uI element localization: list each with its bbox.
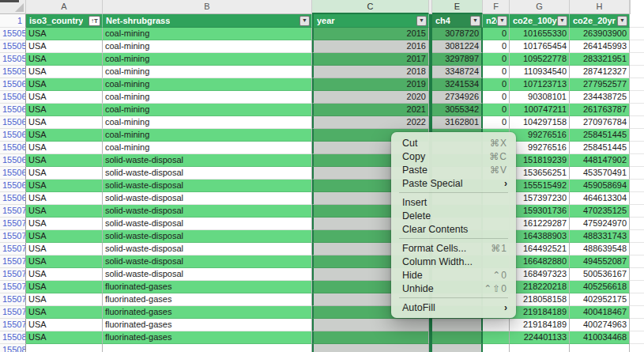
cell-subsector[interactable]: coal-mining <box>103 40 312 53</box>
cell-subsector[interactable]: coal-mining <box>103 91 312 104</box>
context-menu-item[interactable]: Paste Special › <box>391 176 516 190</box>
cell-co2e-20yr[interactable]: 400418467 <box>570 306 630 319</box>
cell-co2e-20yr[interactable]: 470235125 <box>570 205 630 218</box>
cell-co2e-100yr[interactable]: 164492521 <box>510 243 570 255</box>
row-number[interactable]: 155058 <box>0 53 26 66</box>
row-number[interactable]: 155062 <box>0 104 26 116</box>
cell-subsector[interactable]: solid-waste-disposal <box>103 154 312 167</box>
cell-n2o[interactable]: 0 <box>483 91 510 104</box>
cell-subsector[interactable]: fluorinated-gases <box>103 293 312 306</box>
cell-co2e-100yr[interactable]: 157397230 <box>510 192 570 205</box>
cell-iso3-country[interactable]: USA <box>26 116 103 129</box>
header-cell-iso3_country[interactable]: iso3_country↑T <box>26 14 103 28</box>
cell-iso3-country[interactable]: USA <box>26 154 103 167</box>
row-number[interactable]: 155067 <box>0 167 26 180</box>
cell-iso3-country[interactable]: USA <box>26 255 103 268</box>
cell-co2e-20yr[interactable]: 258451445 <box>570 142 630 154</box>
cell-subsector[interactable]: solid-waste-disposal <box>103 255 312 268</box>
cell-co2e-20yr[interactable]: 287412327 <box>570 66 630 78</box>
cell-co2e-100yr[interactable]: 218058158 <box>510 293 570 306</box>
cell-co2e-100yr[interactable]: 161229287 <box>510 218 570 230</box>
cell-iso3-country[interactable]: USA <box>26 129 103 142</box>
column-header-e[interactable]: E <box>432 0 483 14</box>
row-number[interactable]: 155075 <box>0 268 26 281</box>
cell-iso3-country[interactable]: USA <box>26 78 103 91</box>
cell-year[interactable]: 2021 <box>312 104 429 116</box>
cell-co2e-100yr[interactable]: 90308101 <box>510 91 570 104</box>
row-number[interactable]: 155079 <box>0 319 26 331</box>
column-header-h[interactable]: H <box>570 0 630 14</box>
cell-iso3-country[interactable]: USA <box>26 104 103 116</box>
header-cell-year[interactable]: year▼ <box>312 14 429 28</box>
cell-subsector[interactable]: solid-waste-disposal <box>103 205 312 218</box>
cell-n2o[interactable]: 0 <box>483 28 510 40</box>
row-number[interactable]: 155072 <box>0 230 26 243</box>
cell-year[interactable] <box>312 319 429 331</box>
cell-iso3-country[interactable]: USA <box>26 281 103 293</box>
cell-ch4[interactable]: 3241534 <box>432 78 483 91</box>
filter-dropdown-icon[interactable]: ▼ <box>617 16 627 26</box>
cell-iso3-country[interactable]: USA <box>26 205 103 218</box>
cell-year[interactable]: 2016 <box>312 40 429 53</box>
row-number[interactable]: 155059 <box>0 66 26 78</box>
cell-subsector[interactable]: coal-mining <box>103 53 312 66</box>
context-menu-item[interactable]: Copy ⌘C <box>391 150 516 163</box>
context-menu-item[interactable]: Clear Contents <box>391 222 516 236</box>
row-number[interactable]: 155063 <box>0 116 26 129</box>
cell-subsector[interactable]: solid-waste-disposal <box>103 218 312 230</box>
column-header-f[interactable]: F <box>483 0 510 14</box>
cell-co2e-20yr[interactable]: 283321951 <box>570 53 630 66</box>
cell-iso3-country[interactable]: USA <box>26 319 103 331</box>
cell-ch4[interactable]: 3081224 <box>432 40 483 53</box>
cell-iso3-country[interactable]: USA <box>26 331 103 344</box>
row-number[interactable]: 155056 <box>0 28 26 40</box>
cell-co2e-20yr[interactable]: 277952577 <box>570 78 630 91</box>
cell-year[interactable] <box>312 344 429 352</box>
row-number[interactable]: 155065 <box>0 142 26 154</box>
cell-co2e-20yr[interactable]: 488639548 <box>570 243 630 255</box>
cell-iso3-country[interactable]: USA <box>26 167 103 180</box>
cell-iso3-country[interactable]: USA <box>26 28 103 40</box>
cell-co2e-20yr[interactable]: 400274963 <box>570 319 630 331</box>
cell-co2e-100yr[interactable]: 109522778 <box>510 53 570 66</box>
cell-co2e-100yr[interactable]: 166482880 <box>510 255 570 268</box>
cell-co2e-20yr[interactable]: 405256618 <box>570 281 630 293</box>
cell-year[interactable]: 2017 <box>312 53 429 66</box>
cell-n2o[interactable]: 0 <box>483 78 510 91</box>
row-number[interactable]: 155064 <box>0 129 26 142</box>
cell-iso3-country[interactable]: USA <box>26 192 103 205</box>
cell-subsector[interactable]: coal-mining <box>103 66 312 78</box>
cell-year[interactable] <box>312 331 429 344</box>
cell-iso3-country[interactable]: USA <box>26 53 103 66</box>
cell-co2e-20yr[interactable]: 475924970 <box>570 218 630 230</box>
cell-subsector[interactable]: coal-mining <box>103 104 312 116</box>
cell-iso3-country[interactable]: USA <box>26 230 103 243</box>
cell-co2e-20yr[interactable]: 464613304 <box>570 192 630 205</box>
cell-year[interactable]: 2019 <box>312 78 429 91</box>
row-number[interactable]: 155074 <box>0 255 26 268</box>
cell-n2o[interactable]: 0 <box>483 104 510 116</box>
cell-n2o[interactable] <box>483 344 510 352</box>
cell-year[interactable]: 2022 <box>312 116 429 129</box>
cell-ch4[interactable]: 3055342 <box>432 104 483 116</box>
context-menu-item[interactable]: Column Width... <box>391 255 516 268</box>
cell-co2e-100yr[interactable]: 159301736 <box>510 205 570 218</box>
cell-subsector[interactable]: solid-waste-disposal <box>103 230 312 243</box>
context-menu-item[interactable]: Format Cells... ⌘1 <box>391 241 516 255</box>
context-menu-item[interactable]: Hide ⌃0 <box>391 268 516 282</box>
filter-dropdown-icon[interactable]: ▼ <box>557 16 567 26</box>
cell-ch4[interactable] <box>432 319 483 331</box>
cell-subsector[interactable]: fluorinated-gases <box>103 281 312 293</box>
cell-co2e-20yr[interactable]: 261763787 <box>570 104 630 116</box>
cell-subsector[interactable]: solid-waste-disposal <box>103 192 312 205</box>
row-number[interactable]: 155077 <box>0 293 26 306</box>
cell-subsector[interactable]: coal-mining <box>103 116 312 129</box>
cell-co2e-100yr[interactable]: 219184189 <box>510 319 570 331</box>
row-number[interactable]: 155066 <box>0 154 26 167</box>
cell-co2e-20yr[interactable]: 234438725 <box>570 91 630 104</box>
cell-n2o[interactable]: 0 <box>483 53 510 66</box>
cell-n2o[interactable] <box>483 331 510 344</box>
cell-co2e-20yr[interactable]: 494552087 <box>570 255 630 268</box>
cell-year[interactable]: 2015 <box>312 28 429 40</box>
cell-co2e-100yr[interactable]: 164388903 <box>510 230 570 243</box>
